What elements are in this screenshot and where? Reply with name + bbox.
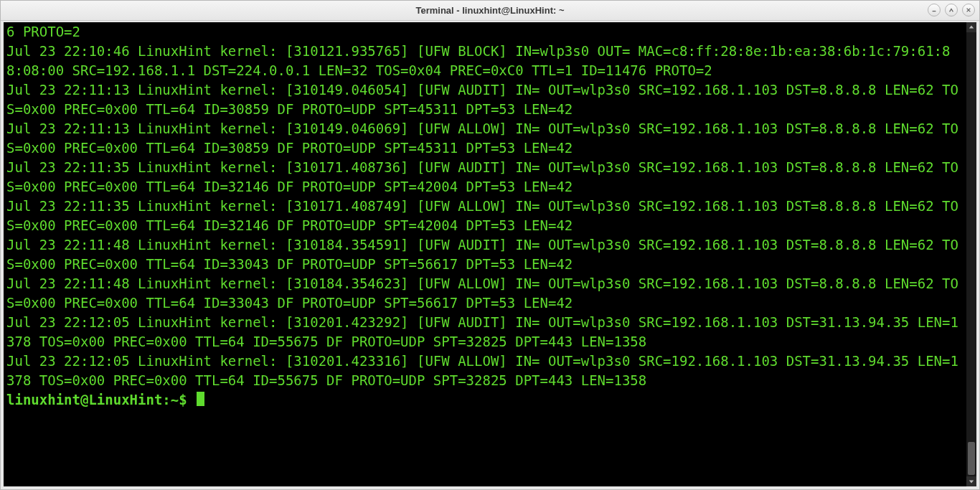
window-title: Terminal - linuxhint@LinuxHint: ~ <box>1 5 979 16</box>
log-line: Jul 23 22:10:46 LinuxHint kernel: [31012… <box>6 43 950 78</box>
prompt-colon: : <box>162 392 170 407</box>
log-line: Jul 23 22:12:05 LinuxHint kernel: [31020… <box>6 314 958 349</box>
shell-prompt[interactable]: linuxhint@LinuxHint:~$ <box>6 392 204 407</box>
cursor <box>197 392 204 406</box>
scroll-up-button[interactable] <box>966 22 976 32</box>
maximize-button[interactable] <box>945 4 958 17</box>
chevron-down-icon <box>969 479 974 484</box>
prompt-user-host: linuxhint@LinuxHint <box>6 392 162 407</box>
scroll-down-button[interactable] <box>966 476 976 486</box>
log-line: Jul 23 22:11:13 LinuxHint kernel: [31014… <box>6 121 958 156</box>
maximize-icon <box>948 7 954 13</box>
log-line: 6 PROTO=2 <box>6 24 80 39</box>
scroll-thumb[interactable] <box>968 442 975 475</box>
minimize-icon <box>931 7 937 13</box>
log-line: Jul 23 22:11:48 LinuxHint kernel: [31018… <box>6 237 958 272</box>
terminal-output[interactable]: 6 PROTO=2 Jul 23 22:10:46 LinuxHint kern… <box>4 22 966 486</box>
minimize-button[interactable] <box>928 4 941 17</box>
prompt-path: ~ <box>171 392 179 407</box>
scrollbar[interactable] <box>966 22 976 486</box>
prompt-symbol: $ <box>179 392 195 407</box>
log-line: Jul 23 22:11:35 LinuxHint kernel: [31017… <box>6 159 958 194</box>
window-controls <box>928 4 975 17</box>
log-line: Jul 23 22:11:13 LinuxHint kernel: [31014… <box>6 82 958 117</box>
chevron-up-icon <box>969 24 974 30</box>
terminal-area[interactable]: 6 PROTO=2 Jul 23 22:10:46 LinuxHint kern… <box>4 22 976 486</box>
close-button[interactable] <box>962 4 975 17</box>
terminal-window: Terminal - linuxhint@LinuxHint: ~ 6 PROT… <box>0 0 980 490</box>
close-icon <box>966 7 971 13</box>
log-line: Jul 23 22:11:35 LinuxHint kernel: [31017… <box>6 198 958 233</box>
log-line: Jul 23 22:12:05 LinuxHint kernel: [31020… <box>6 353 958 388</box>
titlebar: Terminal - linuxhint@LinuxHint: ~ <box>1 1 979 21</box>
log-line: Jul 23 22:11:48 LinuxHint kernel: [31018… <box>6 275 958 311</box>
